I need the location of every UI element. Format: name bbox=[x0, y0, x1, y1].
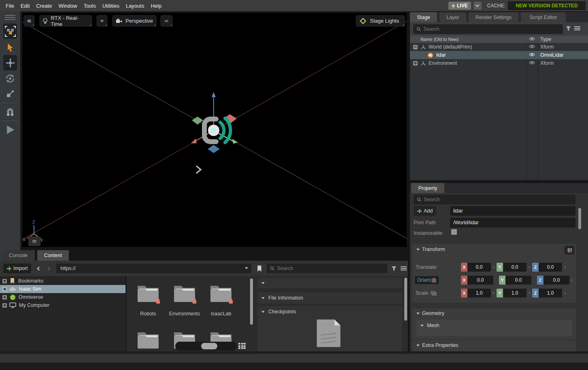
stage-search-field[interactable] bbox=[413, 24, 563, 34]
units-button[interactable]: m bbox=[28, 236, 40, 246]
viewport-audio-button[interactable] bbox=[160, 15, 173, 27]
expand-expander[interactable] bbox=[2, 295, 7, 300]
viewport-visibility-button[interactable] bbox=[96, 15, 108, 27]
collapse-triangle-icon[interactable] bbox=[416, 313, 420, 315]
folder-item[interactable] bbox=[135, 330, 161, 351]
collapse-expander[interactable] bbox=[413, 45, 418, 49]
stage-filter-button[interactable] bbox=[566, 26, 571, 31]
spinner-dot[interactable] bbox=[493, 292, 495, 294]
content-search-input[interactable] bbox=[277, 266, 384, 271]
renderer-selector-button[interactable]: RTX - Real-Time bbox=[39, 15, 92, 27]
viewport-settings-button[interactable] bbox=[23, 15, 35, 27]
stage-row-lidar[interactable]: lidar OmniLidar bbox=[410, 51, 588, 59]
spinner-dot[interactable] bbox=[564, 266, 566, 268]
snap-tool-button[interactable] bbox=[3, 105, 17, 118]
collapse-triangle-icon[interactable] bbox=[416, 249, 420, 251]
menu-tools[interactable]: Tools bbox=[84, 3, 96, 9]
expand-expander[interactable] bbox=[2, 279, 7, 283]
tree-item-isaac-sim[interactable]: Isaac Sim bbox=[0, 285, 125, 293]
bookmark-icon[interactable] bbox=[257, 266, 262, 272]
tab-script-editor[interactable]: Script Editor bbox=[521, 12, 566, 22]
folder-isaaclab[interactable] bbox=[208, 283, 234, 305]
address-bar[interactable] bbox=[56, 264, 251, 273]
content-search-field[interactable] bbox=[267, 264, 387, 273]
content-filter-button[interactable] bbox=[391, 266, 397, 271]
detail-scrollbar[interactable] bbox=[404, 278, 407, 321]
visibility-eye-icon[interactable] bbox=[529, 60, 535, 66]
move-tool-button[interactable] bbox=[3, 55, 17, 70]
menu-utilities[interactable]: Utilities bbox=[102, 3, 119, 9]
detail-collapsed-section[interactable] bbox=[257, 278, 402, 288]
prim-name-field[interactable]: lidar bbox=[450, 206, 575, 216]
address-dropdown-icon[interactable] bbox=[245, 267, 248, 269]
tab-layer[interactable]: Layer bbox=[439, 12, 466, 22]
move-gizmo[interactable] bbox=[191, 92, 238, 153]
thumbnail-size-slider[interactable] bbox=[175, 342, 237, 351]
spinner-dot[interactable] bbox=[493, 266, 495, 268]
folder-environments[interactable] bbox=[172, 283, 197, 305]
visibility-eye-icon[interactable] bbox=[529, 44, 535, 50]
selection-mode-button[interactable] bbox=[3, 23, 17, 39]
property-scrollbar[interactable] bbox=[578, 208, 581, 229]
scale-z-field[interactable]: 1.0 bbox=[539, 289, 562, 298]
menu-layouts[interactable]: Layouts bbox=[126, 3, 144, 9]
transform-space-button[interactable] bbox=[565, 246, 574, 255]
view-mode-grid-icon[interactable] bbox=[238, 343, 246, 349]
toolbar-grip-handle[interactable] bbox=[5, 14, 19, 21]
tab-content[interactable]: Content bbox=[37, 250, 69, 261]
viewport-3d[interactable]: Z X Y RTX - Real-Time Perspective bbox=[22, 13, 407, 247]
spinner-dot[interactable] bbox=[529, 292, 530, 294]
slider-handle[interactable] bbox=[201, 343, 217, 349]
expand-expander[interactable] bbox=[2, 287, 7, 291]
rotate-tool-button[interactable] bbox=[3, 72, 17, 85]
menu-edit[interactable]: Edit bbox=[21, 3, 30, 9]
visibility-eye-icon[interactable] bbox=[529, 52, 535, 58]
tree-item-my-computer[interactable]: My Computer bbox=[0, 301, 125, 309]
spinner-dot[interactable] bbox=[564, 292, 566, 294]
tab-stage[interactable]: Stage bbox=[410, 12, 437, 22]
translate-z-field[interactable]: 0.0 bbox=[539, 263, 562, 272]
address-input[interactable] bbox=[60, 266, 247, 271]
expand-expander[interactable] bbox=[2, 303, 7, 308]
name-column-header[interactable]: Name (Old to New) bbox=[420, 37, 459, 42]
forward-button[interactable] bbox=[47, 266, 51, 270]
expand-expander[interactable] bbox=[413, 61, 418, 66]
folder-robots[interactable] bbox=[135, 283, 161, 305]
spinner-dot[interactable] bbox=[529, 266, 530, 268]
orient-z-field[interactable]: 0.0 bbox=[543, 276, 569, 285]
stage-options-button[interactable] bbox=[574, 26, 580, 31]
orient-button[interactable]: Orient bbox=[415, 276, 439, 284]
type-column-header[interactable]: Type bbox=[540, 36, 551, 42]
prim-path-field[interactable]: /World/lidar bbox=[450, 218, 575, 228]
tab-render-settings[interactable]: Render Settings bbox=[469, 12, 518, 22]
scale-x-field[interactable]: 1.0 bbox=[467, 289, 491, 298]
import-button[interactable]: Import bbox=[3, 264, 31, 273]
orient-y-field[interactable]: 0.0 bbox=[505, 276, 531, 285]
select-tool-button[interactable] bbox=[3, 41, 17, 53]
link-icon[interactable] bbox=[431, 291, 437, 296]
menu-file[interactable]: File bbox=[6, 3, 14, 9]
collapse-triangle-icon[interactable] bbox=[416, 344, 420, 347]
scale-tool-button[interactable] bbox=[3, 87, 17, 100]
tree-item-bookmarks[interactable]: Bookmarks bbox=[0, 277, 125, 285]
property-search-field[interactable] bbox=[414, 195, 575, 204]
stage-row-world[interactable]: World (defaultPrim) Xform bbox=[410, 43, 588, 51]
tree-item-omniverse[interactable]: Omniverse bbox=[0, 293, 125, 301]
camera-selector-button[interactable]: Perspective bbox=[112, 15, 157, 27]
tab-console[interactable]: Console bbox=[2, 250, 35, 261]
spinner-dot[interactable] bbox=[571, 279, 573, 281]
back-button[interactable] bbox=[37, 266, 41, 270]
folder-grid-scrollbar[interactable] bbox=[250, 279, 253, 325]
tab-property[interactable]: Property bbox=[411, 183, 444, 193]
file-information-section[interactable]: File Information bbox=[257, 292, 402, 304]
menu-help[interactable]: Help bbox=[151, 3, 161, 9]
stage-row-environment[interactable]: Environment Xform bbox=[410, 59, 588, 67]
translate-y-field[interactable]: 0.0 bbox=[503, 263, 526, 272]
content-options-button[interactable] bbox=[401, 266, 407, 271]
stage-search-input[interactable] bbox=[423, 26, 560, 32]
menu-window[interactable]: Window bbox=[58, 3, 77, 9]
menu-create[interactable]: Create bbox=[36, 3, 52, 9]
live-dropdown-button[interactable] bbox=[473, 2, 482, 10]
checkpoints-section[interactable]: Checkpoints bbox=[257, 306, 402, 351]
instanceable-checkbox[interactable] bbox=[451, 229, 457, 235]
